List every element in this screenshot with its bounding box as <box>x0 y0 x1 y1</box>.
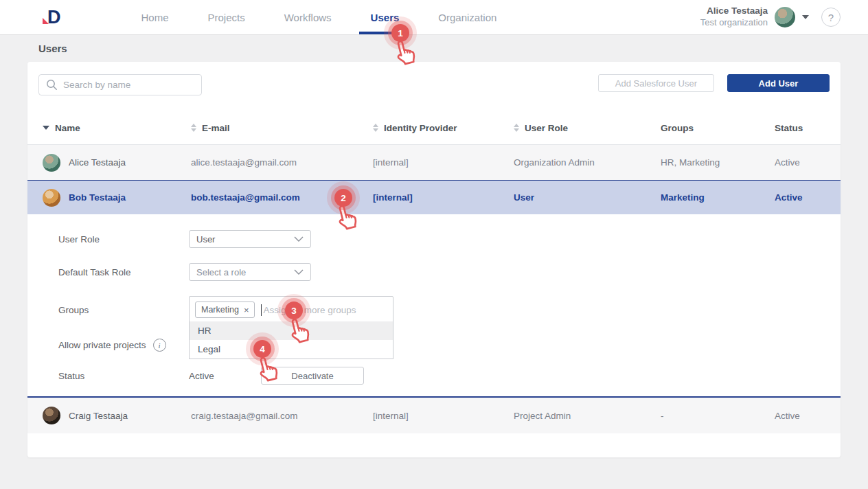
groups-input-placeholder: Assign to more groups <box>263 305 356 315</box>
table-header-row: Name E-mail Identity Provider User Role … <box>27 111 841 145</box>
account-caret-down-icon[interactable] <box>802 15 809 19</box>
user-groups: Marketing <box>661 192 775 203</box>
header-email[interactable]: E-mail <box>191 123 373 133</box>
groups-multiselect-input[interactable]: Marketing × Assign to more groups <box>189 296 393 323</box>
nav-item-users[interactable]: Users <box>371 0 400 34</box>
header-user-role[interactable]: User Role <box>514 123 661 133</box>
header-groups: Groups <box>661 123 775 133</box>
user-email: alice.testaaja@gmail.com <box>191 157 373 168</box>
help-button[interactable]: ? <box>821 8 841 27</box>
account-info[interactable]: Alice Testaaja Test organization <box>700 5 768 28</box>
page-title: Users <box>0 34 868 62</box>
sort-updown-icon <box>191 124 196 132</box>
user-status: Active <box>775 192 841 203</box>
header-role-label: User Role <box>525 123 568 133</box>
table-row-craig[interactable]: Craig Testaaja craig.testaaja@gmail.com … <box>27 398 841 433</box>
header-status-label: Status <box>775 123 803 133</box>
header-email-label: E-mail <box>202 123 230 133</box>
user-email: craig.testaaja@gmail.com <box>191 411 373 421</box>
user-name: Craig Testaaja <box>69 411 128 421</box>
nav-item-organization[interactable]: Organization <box>438 0 496 34</box>
detail-row-status: Status Active Deactivate <box>27 367 841 385</box>
question-icon: ? <box>828 12 834 23</box>
private-projects-label: Allow private projects i <box>58 339 189 352</box>
table-row-bob-selected[interactable]: Bob Testaaja bob.testaaja@gmail.com [int… <box>27 180 841 214</box>
nav-item-home[interactable]: Home <box>141 0 169 34</box>
header-status: Status <box>775 123 841 133</box>
task-role-placeholder: Select a role <box>196 267 246 277</box>
info-glyph: i <box>159 341 161 350</box>
group-option-hr[interactable]: HR <box>190 321 393 340</box>
group-tag-marketing: Marketing × <box>195 302 255 318</box>
group-tag-label: Marketing <box>201 305 239 315</box>
user-role-label: User Role <box>58 234 189 244</box>
header-identity-provider[interactable]: Identity Provider <box>373 123 514 133</box>
sort-updown-icon <box>373 124 378 132</box>
groups-dropdown: HR Legal <box>189 321 393 359</box>
header-name[interactable]: Name <box>43 123 191 133</box>
detail-row-user-role: User Role User <box>27 230 841 248</box>
user-name-cell: Alice Testaaja <box>43 154 191 172</box>
search-icon <box>46 79 58 91</box>
detail-row-groups: Groups Marketing × Assign to more groups <box>27 296 841 323</box>
remove-tag-icon[interactable]: × <box>244 305 249 315</box>
sort-desc-icon <box>43 126 49 130</box>
add-user-button[interactable]: Add User <box>727 74 830 92</box>
deactivate-button[interactable]: Deactivate <box>261 367 364 385</box>
user-avatar <box>43 189 60 207</box>
info-icon[interactable]: i <box>153 339 166 352</box>
header-name-label: Name <box>55 123 80 133</box>
nav-item-projects[interactable]: Projects <box>208 0 245 34</box>
user-status: Active <box>775 157 841 168</box>
task-role-select[interactable]: Select a role <box>189 263 311 281</box>
account-organization: Test organization <box>700 17 768 28</box>
user-name-cell: Bob Testaaja <box>43 189 191 207</box>
account-name: Alice Testaaja <box>700 5 768 17</box>
users-panel: Add Salesforce User Add User Name E-mail… <box>27 62 841 457</box>
user-role-selected-value: User <box>196 234 215 244</box>
header-groups-label: Groups <box>661 123 694 133</box>
detail-row-private-projects: Allow private projects i <box>27 339 841 352</box>
main-nav: Home Projects Workflows Users Organizati… <box>141 0 497 34</box>
add-salesforce-user-button[interactable]: Add Salesforce User <box>598 74 714 92</box>
nav-item-workflows[interactable]: Workflows <box>284 0 332 34</box>
account-menu: Alice Testaaja Test organization ? <box>700 5 841 28</box>
user-role: Organization Admin <box>514 157 661 168</box>
table-row-alice[interactable]: Alice Testaaja alice.testaaja@gmail.com … <box>27 145 841 180</box>
brand-logo-letter: D <box>47 8 60 27</box>
user-detail-panel: User Role User Default Task Role Select … <box>27 214 841 398</box>
user-role-select[interactable]: User <box>189 230 311 248</box>
user-role: User <box>514 192 661 203</box>
user-avatar <box>43 154 60 172</box>
user-groups: HR, Marketing <box>661 157 775 168</box>
user-identity-provider: [internal] <box>373 192 514 203</box>
chevron-down-icon <box>294 236 304 242</box>
sort-updown-icon <box>514 124 519 132</box>
search-box <box>38 74 202 95</box>
status-label: Status <box>58 371 189 381</box>
header-identity-label: Identity Provider <box>384 123 457 133</box>
search-input[interactable] <box>63 80 194 90</box>
brand-logo[interactable]: D <box>43 8 60 27</box>
groups-label: Groups <box>58 305 189 315</box>
user-email: bob.testaaja@gmail.com <box>191 192 373 203</box>
status-value: Active <box>189 371 261 381</box>
toolbar-buttons: Add Salesforce User Add User <box>598 74 830 92</box>
chevron-down-icon <box>294 269 304 275</box>
text-cursor <box>261 304 262 316</box>
user-name-cell: Craig Testaaja <box>43 407 191 424</box>
user-status: Active <box>775 411 841 421</box>
app-window: D Home Projects Workflows Users Organiza… <box>0 0 868 489</box>
detail-row-task-role: Default Task Role Select a role <box>27 263 841 281</box>
user-avatar <box>43 407 60 424</box>
user-identity-provider: [internal] <box>373 411 514 421</box>
user-role: Project Admin <box>514 411 661 421</box>
user-name: Bob Testaaja <box>69 192 126 203</box>
user-name: Alice Testaaja <box>69 157 126 168</box>
user-identity-provider: [internal] <box>373 157 514 168</box>
private-projects-text: Allow private projects <box>58 340 146 350</box>
task-role-label: Default Task Role <box>58 267 189 277</box>
group-option-legal[interactable]: Legal <box>190 340 393 359</box>
account-avatar[interactable] <box>775 7 795 27</box>
users-toolbar: Add Salesforce User Add User <box>27 62 841 111</box>
